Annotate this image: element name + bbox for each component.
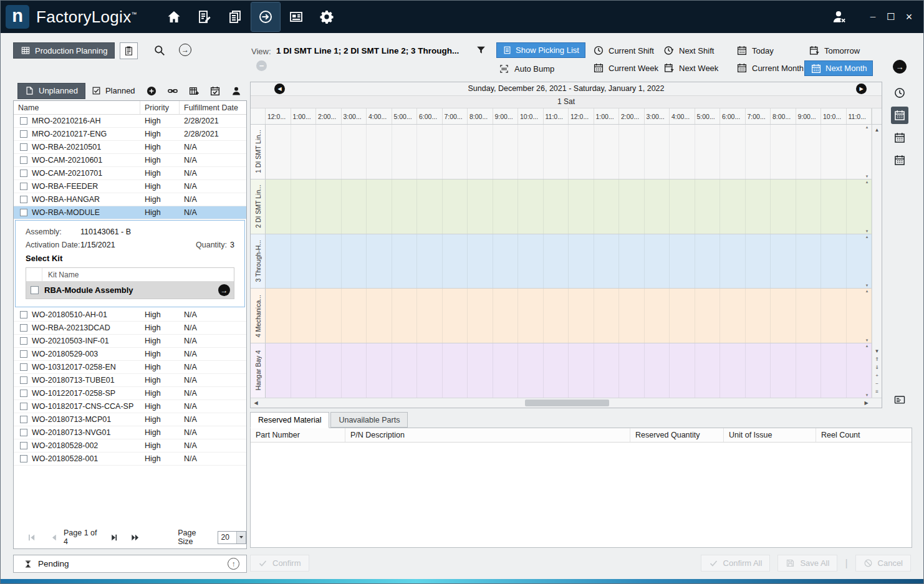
column-header[interactable]: Name — [14, 101, 140, 114]
column-header[interactable]: Reserved Quantity — [630, 428, 724, 442]
show-picking-list-button[interactable]: Show Picking List — [496, 42, 585, 58]
link-icon[interactable] — [167, 85, 178, 97]
confirm-button[interactable]: Confirm — [250, 555, 309, 572]
work-order-row[interactable]: WO-10312017-0258-EN High N/A — [14, 361, 246, 374]
pending-bar[interactable]: Pending ↑ — [13, 555, 247, 573]
work-order-row[interactable]: WO-RBA-20213DCAD High N/A — [14, 322, 246, 335]
row-scroll-down-icon[interactable]: ▼ — [864, 338, 870, 342]
view-value[interactable]: 1 DI SMT Line 1; 2 DI SMT Line 2; 3 Thro… — [276, 46, 459, 55]
auto-bump-button[interactable]: Auto Bump — [499, 64, 554, 74]
go-button[interactable]: → — [179, 44, 191, 56]
row-scroll-down-icon[interactable]: ▼ — [864, 393, 870, 397]
close-button[interactable]: × — [902, 10, 916, 24]
next-week-button[interactable]: Next Week — [663, 62, 718, 74]
row-checkbox[interactable] — [20, 416, 27, 423]
nav-documents[interactable] — [221, 2, 249, 31]
nav-production[interactable] — [251, 2, 280, 31]
current-month-button[interactable]: Current Month — [736, 62, 804, 74]
row-scroll-up-icon[interactable]: ▲ — [864, 125, 870, 129]
first-page-button[interactable] — [26, 533, 37, 542]
row-checkbox[interactable] — [20, 311, 27, 318]
resource-timeline[interactable] — [266, 343, 872, 398]
row-checkbox[interactable] — [20, 337, 27, 345]
work-order-row[interactable]: WO-20210503-INF-01 High N/A — [14, 335, 246, 348]
tab-planned[interactable]: Planned — [85, 83, 142, 99]
work-order-row[interactable]: WO-RBA-HANGAR High N/A — [14, 193, 246, 206]
row-scroll-down-icon[interactable]: ▼ — [864, 175, 870, 178]
fit-icon[interactable]: ≡ — [875, 388, 878, 396]
row-checkbox[interactable] — [20, 442, 27, 449]
row-scroll-down-icon[interactable]: ▼ — [864, 229, 870, 233]
row-checkbox[interactable] — [20, 170, 27, 177]
month-view-button[interactable] — [891, 151, 908, 169]
nav-reports[interactable] — [282, 2, 310, 31]
week-view-button[interactable] — [891, 129, 908, 146]
row-scroll-up-icon[interactable]: ▲ — [864, 289, 870, 293]
day-view-button[interactable] — [891, 107, 908, 124]
kit-checkbox[interactable] — [31, 286, 39, 294]
page-size-select[interactable]: 20 — [218, 531, 246, 544]
save-all-button[interactable]: Save All — [777, 555, 837, 572]
shift-view-button[interactable] — [891, 84, 908, 102]
logout-button[interactable] — [825, 6, 853, 28]
work-order-row[interactable]: WO-20180528-002 High N/A — [14, 439, 246, 452]
expand-pending-button[interactable]: ↑ — [228, 558, 239, 570]
gantt-resource-row[interactable]: 2 DI SMT Lin... ▲ ▼ — [251, 180, 872, 234]
work-order-row[interactable]: WO-10182017-CNS-CCA-SP High N/A — [14, 400, 246, 413]
nav-settings[interactable] — [312, 2, 341, 31]
row-checkbox[interactable] — [20, 455, 27, 462]
row-checkbox[interactable] — [20, 117, 27, 125]
row-checkbox[interactable] — [20, 156, 27, 164]
scroll-right-icon[interactable]: ▶ — [862, 398, 871, 408]
next-period-button[interactable]: ▶ — [856, 84, 867, 94]
calendar-check-icon[interactable] — [209, 85, 221, 97]
resource-timeline[interactable] — [266, 289, 872, 343]
add-icon[interactable] — [146, 85, 157, 97]
zoom-out-icon[interactable]: − — [875, 380, 878, 388]
column-header[interactable]: Part Number — [251, 428, 345, 442]
gantt-resource-row[interactable]: 3 Through-H... ▲ ▼ — [251, 234, 872, 289]
work-order-row[interactable]: WO-CAM-20210701 High N/A — [14, 167, 246, 180]
work-order-row[interactable]: WO-20180713-NVG01 High N/A — [14, 426, 246, 439]
current-shift-button[interactable]: Current Shift — [593, 45, 654, 56]
row-scroll-down-icon[interactable]: ▼ — [864, 284, 870, 287]
scrollbar-thumb[interactable] — [525, 400, 609, 406]
work-order-row[interactable]: WO-20180713-TUBE01 High N/A — [14, 374, 246, 387]
scroll-down-icon[interactable]: ▼ — [875, 347, 880, 355]
column-header[interactable]: Fulfillment Date — [180, 101, 246, 114]
tab-reserved-material[interactable]: Reserved Material — [250, 412, 329, 428]
row-checkbox[interactable] — [20, 429, 27, 436]
row-checkbox[interactable] — [20, 130, 27, 138]
column-header[interactable]: Unit of Issue — [724, 428, 816, 442]
filter-icon[interactable] — [476, 45, 486, 55]
resource-timeline[interactable] — [266, 125, 872, 179]
row-scroll-up-icon[interactable]: ▲ — [864, 235, 870, 239]
row-checkbox[interactable] — [20, 390, 27, 397]
kit-row[interactable]: RBA-Module Assembly → — [26, 282, 234, 299]
column-header[interactable]: Reel Count — [816, 428, 912, 442]
person-icon[interactable] — [231, 85, 242, 97]
search-icon[interactable] — [153, 44, 166, 57]
row-scroll-up-icon[interactable]: ▲ — [864, 180, 870, 184]
production-planning-button[interactable]: Production Planning — [13, 42, 115, 59]
scroll-up-icon[interactable]: ▲ — [875, 126, 880, 134]
current-week-button[interactable]: Current Week — [593, 62, 658, 74]
jump-to-button[interactable]: → — [891, 58, 908, 75]
row-checkbox[interactable] — [20, 376, 27, 384]
nav-npi[interactable] — [190, 2, 219, 31]
resource-timeline[interactable] — [266, 234, 872, 289]
work-order-row[interactable]: WO-20180528-001 High N/A — [14, 452, 246, 466]
resource-timeline[interactable] — [266, 180, 872, 234]
row-checkbox[interactable] — [20, 183, 27, 190]
gantt-resource-row[interactable]: 4 Mechanica... ▲ ▼ — [251, 289, 872, 343]
column-header[interactable]: P/N Description — [345, 428, 630, 442]
work-order-row[interactable]: WO-CAM-20210601 High N/A — [14, 154, 246, 167]
row-checkbox[interactable] — [20, 363, 27, 371]
gantt-resource-row[interactable]: 1 DI SMT Lin... ▲ ▼ — [251, 125, 872, 180]
today-button[interactable]: Today — [736, 45, 774, 56]
page-down-icon[interactable]: ⇓ — [875, 363, 879, 371]
next-page-button[interactable] — [108, 533, 119, 542]
tab-unavailable-parts[interactable]: Unavailable Parts — [330, 412, 408, 428]
row-checkbox[interactable] — [20, 209, 27, 216]
work-order-row[interactable]: WO-10122017-0258-SP High N/A — [14, 387, 246, 400]
